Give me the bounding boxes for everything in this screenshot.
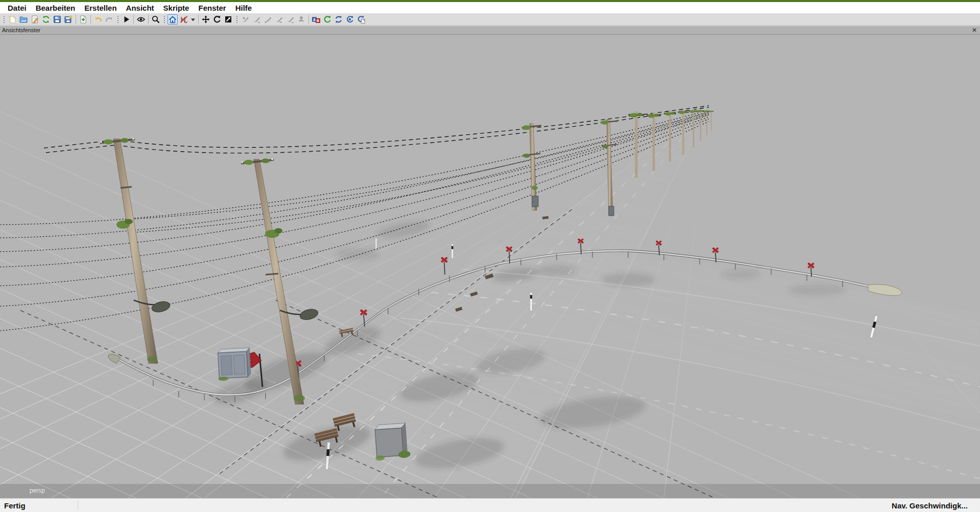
switch-cabinet[interactable] xyxy=(217,348,251,381)
edit-file-icon[interactable] xyxy=(30,14,40,25)
disabled-tool-5-icon[interactable] xyxy=(285,14,295,25)
status-bar: Fertig Nav. Geschwindigk... xyxy=(0,498,980,512)
menu-datei[interactable]: Datei xyxy=(3,4,31,12)
menu-bearbeiten[interactable]: Bearbeiten xyxy=(31,4,80,12)
viewport-title-bar: Ansichtsfenster ✕ xyxy=(0,26,980,35)
zoom-icon[interactable] xyxy=(151,14,161,25)
toolbar-grip[interactable] xyxy=(235,15,238,24)
svg-text:A: A xyxy=(313,17,316,21)
save-as-icon[interactable] xyxy=(63,14,74,25)
menu-hilfe[interactable]: Hilfe xyxy=(231,4,257,12)
disabled-tool-3-icon[interactable] xyxy=(262,14,273,25)
viewport-3d[interactable]: persp xyxy=(0,35,980,498)
viewport-title: Ansichtsfenster xyxy=(0,27,969,33)
toolbar-grip[interactable] xyxy=(116,15,119,24)
add-file-icon[interactable] xyxy=(78,14,88,25)
disabled-tool-2-icon[interactable] xyxy=(251,14,261,25)
concrete-cabinet[interactable] xyxy=(373,423,411,461)
toolbar-grip[interactable] xyxy=(3,15,5,24)
blue-refresh-gear-icon[interactable] xyxy=(345,14,355,25)
pole-switch-box[interactable] xyxy=(532,196,538,207)
viewport-close-button[interactable]: ✕ xyxy=(969,26,980,34)
svg-text:B: B xyxy=(317,19,319,22)
redo-icon[interactable] xyxy=(104,14,114,25)
eye-icon[interactable] xyxy=(136,14,146,25)
menu-ansicht[interactable]: Ansicht xyxy=(122,4,159,12)
play-icon[interactable] xyxy=(121,14,131,25)
open-folder-icon[interactable] xyxy=(18,14,29,25)
blue-refresh-page-icon[interactable] xyxy=(356,14,366,25)
main-toolbar: AB xyxy=(0,13,980,26)
home-icon[interactable] xyxy=(168,14,178,25)
status-message: Fertig xyxy=(0,501,78,510)
viewport-3d-scene[interactable] xyxy=(0,35,980,498)
visibility-toggle-icon[interactable] xyxy=(179,14,189,25)
rotate-tool-icon[interactable] xyxy=(212,14,222,25)
refresh-icon[interactable] xyxy=(41,14,51,25)
disabled-tool-4-icon[interactable] xyxy=(274,14,284,25)
undo-icon[interactable] xyxy=(93,14,103,25)
save-icon[interactable] xyxy=(52,14,62,25)
abc-blocks-icon[interactable]: AB xyxy=(311,14,321,25)
move-tool-icon[interactable] xyxy=(201,14,211,25)
menu-erstellen[interactable]: Erstellen xyxy=(80,4,121,12)
app-root: Datei Bearbeiten Erstellen Ansicht Skrip… xyxy=(0,0,980,512)
status-separator xyxy=(78,501,78,510)
dropdown-arrow-icon[interactable] xyxy=(190,14,196,25)
disabled-tool-1-icon[interactable] xyxy=(240,14,250,25)
scale-tool-icon[interactable] xyxy=(223,14,233,25)
camera-strip xyxy=(0,484,980,498)
toolbar-grip[interactable] xyxy=(163,15,165,24)
menu-fenster[interactable]: Fenster xyxy=(194,4,230,12)
blue-sync-icon[interactable] xyxy=(333,14,344,25)
camera-label: persp xyxy=(30,487,45,494)
menu-bar: Datei Bearbeiten Erstellen Ansicht Skrip… xyxy=(0,2,980,13)
disabled-tool-6-icon[interactable] xyxy=(296,14,306,25)
menu-skripte[interactable]: Skripte xyxy=(159,4,194,12)
green-refresh-icon[interactable] xyxy=(322,14,332,25)
nav-speed-label[interactable]: Nav. Geschwindigk... xyxy=(892,501,980,510)
pole-switch-box[interactable] xyxy=(609,206,614,215)
new-file-icon[interactable] xyxy=(7,14,17,25)
